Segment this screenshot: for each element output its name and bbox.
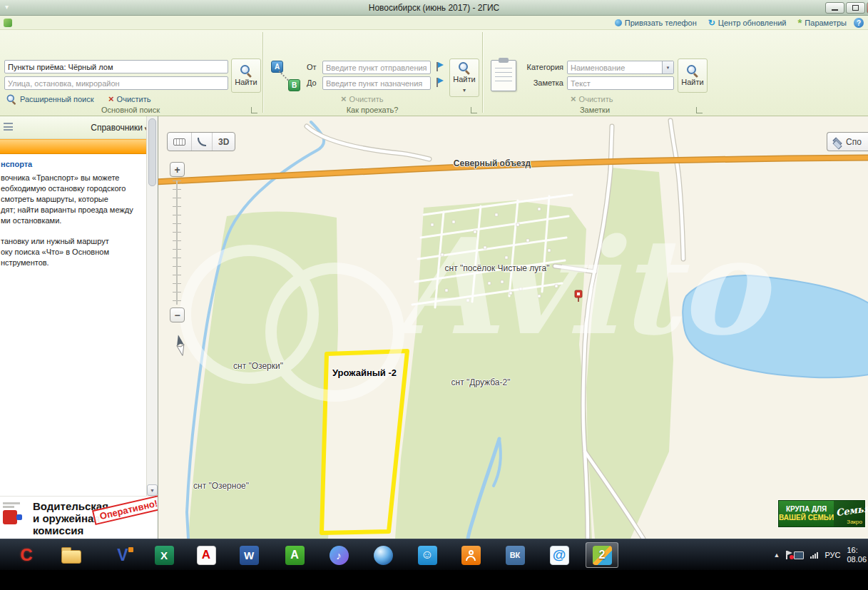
taskbar-music-icon[interactable]: ♪ — [323, 542, 354, 568]
sidebar-line: еобходимую остановку городского — [1, 183, 143, 194]
notes-text-input[interactable] — [567, 76, 674, 90]
taskbar-word-icon[interactable]: W — [233, 542, 265, 568]
taskbar-visio-icon[interactable]: V — [107, 542, 138, 568]
scrollbar-thumb[interactable] — [148, 118, 156, 186]
taskbar-messenger-icon[interactable]: ☺ — [412, 542, 443, 568]
map-label-chistye-luga: снт "посёлок Чистые луга" — [445, 263, 550, 273]
angle-tool-button[interactable] — [192, 133, 213, 151]
from-flag-icon[interactable] — [436, 62, 438, 71]
zoom-slider[interactable] — [173, 180, 181, 305]
notes-find-button[interactable]: Найти — [678, 59, 708, 93]
clear-icon — [571, 93, 576, 104]
network-bars-icon[interactable] — [810, 552, 818, 559]
clear-icon — [341, 93, 347, 104]
dialog-launcher-icon[interactable] — [471, 107, 477, 113]
link-settings[interactable]: Параметры — [798, 19, 847, 27]
sidebar-header: Справочники — [0, 116, 158, 139]
maximize-button[interactable] — [846, 2, 865, 14]
route-clear-link[interactable]: Очистить — [341, 93, 383, 104]
map-toolbar: 3D — [167, 132, 235, 151]
ad-logo — [3, 501, 30, 535]
map-ad-banner[interactable]: КРУПА ДЛЯ ВАШЕЙ СЕМЬИ Семья Закро — [778, 500, 865, 527]
sidebar-selected-item[interactable] — [0, 139, 146, 154]
protractor-icon — [198, 138, 206, 146]
search-icon — [687, 65, 698, 76]
directories-dropdown[interactable]: Справочники — [91, 123, 148, 133]
sidebar-line: тановку или нужный маршрут — [1, 236, 143, 247]
dialog-launcher-icon[interactable] — [696, 107, 703, 113]
map-canvas[interactable]: Avito Северный объезд снт "посёлок Чисты… — [158, 116, 868, 539]
to-flag-icon[interactable] — [436, 78, 438, 87]
taskbar-acrobat-icon[interactable]: A — [190, 542, 222, 568]
sidebar-line: смотреть маршруты, которые — [1, 194, 143, 205]
screen-black-strip — [0, 570, 868, 590]
notes-note-label: Заметка — [514, 78, 563, 87]
app-icon — [4, 19, 12, 27]
zoom-out-button[interactable]: − — [170, 307, 185, 322]
link-bind-phone[interactable]: Привязать телефон — [615, 19, 697, 27]
taskbar-red-c-app-icon[interactable]: C — [11, 542, 42, 568]
sidebar-line: ми остановками. — [1, 215, 143, 226]
display-tray-icon[interactable] — [794, 551, 804, 559]
search-query-input[interactable] — [4, 60, 228, 73]
taskbar-vk-icon[interactable]: ВК — [499, 542, 531, 568]
combo-dropdown-button[interactable] — [662, 61, 673, 73]
route-from-label: От — [307, 63, 317, 71]
notes-clear-link[interactable]: Очистить — [571, 93, 613, 104]
taskbar-odnoklassniki-icon[interactable] — [455, 542, 486, 568]
banner-brand-image: Семья Закро — [834, 501, 864, 527]
map-label-ozerki: снт "Озерки" — [233, 361, 283, 371]
action-center-flag-icon[interactable] — [786, 551, 787, 559]
taskbar-2gis-icon-active[interactable]: 2 — [586, 542, 618, 568]
notes-category-combo[interactable] — [567, 61, 674, 74]
link-update-center[interactable]: Центр обновлений — [708, 19, 787, 27]
tray-clock[interactable]: 16: 08.06 — [847, 546, 867, 564]
ruler-icon — [173, 138, 185, 146]
group-title-route: Как проехать? — [262, 106, 482, 116]
sidebar-ad[interactable]: Водительская и оружейная комиссия Операт… — [0, 496, 158, 539]
sidebar-scrollbar[interactable] — [146, 116, 158, 496]
search-find-button[interactable]: Найти — [231, 59, 261, 93]
ribbon-separator — [482, 32, 483, 113]
banner-line: КРУПА ДЛЯ — [786, 505, 827, 514]
taskbar-mailru-icon[interactable]: @ — [543, 542, 575, 568]
map-label-druzhba-2: снт "Дружба-2" — [451, 377, 511, 387]
scroll-down-button[interactable] — [147, 484, 158, 496]
route-find-button[interactable]: Найти — [449, 59, 479, 97]
taskbar-avito-icon[interactable]: A — [279, 542, 310, 568]
advanced-search-link[interactable]: Расширенный поиск — [6, 93, 94, 105]
notes-category-label: Категория — [514, 63, 563, 71]
menu-bar: Привязать телефон Центр обновлений Парам… — [0, 16, 868, 30]
search-address-input[interactable] — [4, 76, 228, 90]
route-from-input[interactable] — [322, 61, 431, 74]
sidebar-line: дят; найти варианты проезда между — [1, 205, 143, 215]
sidebar-line: оку поиска «Что» в Основном — [1, 247, 143, 258]
ribbon-separator — [262, 32, 263, 113]
minimize-button[interactable] — [825, 2, 844, 14]
search-clear-link[interactable]: Очистить — [108, 93, 150, 104]
dialog-launcher-icon[interactable] — [251, 107, 257, 113]
sidebar: Справочники нспорта вочника «Транспорт» … — [0, 116, 158, 539]
banner-line: ВАШЕЙ СЕМЬИ — [779, 514, 834, 522]
title-bar: Новосибирск (июнь 2017) - 2ГИС — [0, 0, 868, 16]
tray-expand-icon[interactable] — [774, 551, 780, 559]
taskbar-excel-icon[interactable]: X — [148, 542, 180, 568]
map-graphics — [158, 116, 868, 539]
layers-button[interactable]: Спо — [827, 132, 868, 151]
language-indicator[interactable]: РУС — [824, 551, 840, 559]
ad-line: комиссия — [33, 524, 108, 536]
chevron-down-icon — [463, 85, 466, 93]
sidebar-text: нспорта вочника «Транспорт» вы можете ео… — [1, 159, 143, 268]
route-to-input[interactable] — [322, 76, 431, 90]
zoom-in-button[interactable]: + — [170, 162, 185, 177]
group-title-notes: Заметки — [482, 106, 708, 116]
sidebar-line: вочника «Транспорт» вы можете — [1, 173, 143, 183]
ruler-tool-button[interactable] — [168, 133, 192, 151]
taskbar-browser-globe-icon[interactable] — [367, 542, 399, 568]
group-title-main-search: Основной поиск — [0, 106, 261, 116]
phone-icon — [615, 19, 622, 26]
notes-icon — [491, 60, 516, 91]
help-button[interactable]: ? — [854, 18, 864, 28]
3d-view-button[interactable]: 3D — [213, 133, 235, 151]
taskbar-explorer-icon[interactable] — [56, 542, 87, 568]
